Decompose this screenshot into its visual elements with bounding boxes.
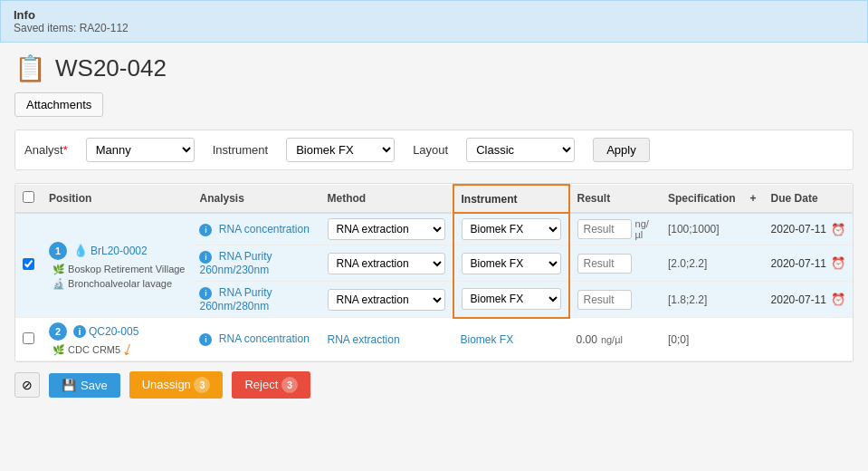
col-instrument: Instrument bbox=[453, 185, 569, 213]
info-icon-2-1: i bbox=[199, 333, 212, 346]
page-title: WS20-042 bbox=[55, 54, 167, 82]
method-cell-2-1: RNA extraction bbox=[320, 318, 453, 361]
table-row: 1 💧 BrL20-0002 🌿 Boskop Retirement Villa… bbox=[15, 213, 853, 245]
method-link-2-1[interactable]: RNA extraction bbox=[328, 333, 400, 346]
analysis-cell-2-1: i RNA concentration bbox=[192, 318, 320, 361]
instrument-cell-1-1: Biomek FX bbox=[453, 213, 569, 245]
instrument-select-1-1[interactable]: Biomek FX bbox=[462, 218, 561, 240]
plus-cell-1-2 bbox=[743, 245, 764, 282]
spec-value-1-1: [100;1000] bbox=[668, 223, 720, 236]
position-cell-2: 2 i QC20-005 🌿 CDC CRM5 bbox=[42, 318, 192, 361]
unassign-button[interactable]: Unassign 3 bbox=[129, 371, 224, 399]
instrument-cell-1-3: Biomek FX bbox=[453, 282, 569, 318]
save-label: Save bbox=[81, 379, 108, 392]
row1-checkbox[interactable] bbox=[23, 258, 34, 270]
analysis-label-2-1: RNA concentration bbox=[219, 332, 310, 345]
method-cell-1-3: RNA extraction bbox=[320, 282, 453, 318]
method-select-1-3[interactable]: RNA extraction bbox=[328, 289, 445, 311]
position-cell-1: 1 💧 BrL20-0002 🌿 Boskop Retirement Villa… bbox=[42, 213, 192, 318]
sample-name-2: 🔬 Bronchoalveolar lavage bbox=[52, 278, 185, 290]
method-cell-1-1: RNA extraction bbox=[320, 213, 453, 245]
result-unit-1-1: ng/µl bbox=[635, 218, 653, 240]
spec-value-1-2: [2.0;2.2] bbox=[668, 257, 707, 270]
reject-button[interactable]: Reject 3 bbox=[232, 371, 310, 399]
result-cell-2-1: 0.00 ng/µl bbox=[569, 318, 661, 361]
data-table-container: Position Analysis Method Instrument Resu… bbox=[14, 183, 854, 362]
reset-button[interactable]: ⊘ bbox=[14, 372, 40, 398]
select-all-checkbox[interactable] bbox=[23, 191, 34, 203]
row2-checkbox[interactable] bbox=[23, 332, 34, 344]
method-select-1-1[interactable]: RNA extraction bbox=[328, 218, 445, 240]
col-specification: Specification bbox=[661, 185, 743, 213]
attachments-button[interactable]: Attachments bbox=[14, 92, 103, 117]
due-date-cell-1-3: 2020-07-11 ⏰ bbox=[764, 282, 853, 318]
spec-value-2-1: [0;0] bbox=[668, 333, 689, 346]
info-icon-1-1: i bbox=[199, 224, 212, 236]
info-message: Saved items: RA20-112 bbox=[14, 22, 854, 34]
instrument-select-1-3[interactable]: Biomek FX bbox=[462, 288, 561, 310]
clock-icon-1-3: ⏰ bbox=[831, 293, 845, 306]
save-button[interactable]: 💾 Save bbox=[49, 373, 120, 398]
sample-name-3: 🌿 CDC CRM5 bbox=[52, 344, 185, 356]
plus-cell-1-3 bbox=[743, 282, 764, 318]
pos-icon-1: 💧 bbox=[73, 244, 88, 257]
analyst-select[interactable]: Manny Admin John bbox=[86, 138, 195, 162]
table-row: 2 i QC20-005 🌿 CDC CRM5 i RNA concentrat… bbox=[15, 318, 853, 361]
sample-name-1: 🌿 Boskop Retirement Village bbox=[52, 264, 185, 275]
col-result: Result bbox=[569, 185, 661, 213]
apply-button[interactable]: Apply bbox=[593, 138, 650, 162]
save-icon: 💾 bbox=[62, 379, 76, 392]
instrument-label: Instrument bbox=[213, 143, 268, 157]
info-title: Info bbox=[14, 8, 854, 22]
instrument-cell-2-1: Biomek FX bbox=[453, 318, 569, 361]
unassign-count: 3 bbox=[194, 377, 210, 393]
instrument-link-2-1[interactable]: Biomek FX bbox=[461, 333, 514, 346]
clipboard-icon: 📋 bbox=[14, 53, 46, 83]
method-select-1-2[interactable]: RNA extraction bbox=[328, 253, 445, 274]
instrument-select-1-2[interactable]: Biomek FX bbox=[462, 253, 561, 274]
layout-label: Layout bbox=[413, 143, 448, 157]
toolbar: Analyst* Manny Admin John Instrument Bio… bbox=[14, 130, 854, 170]
col-method: Method bbox=[320, 185, 453, 213]
due-date-value-1-1: 2020-07-11 bbox=[771, 223, 826, 236]
sample-icon-3: 🌿 bbox=[52, 344, 65, 355]
unassign-label: Unassign bbox=[142, 378, 191, 391]
due-date-value-1-3: 2020-07-11 bbox=[771, 293, 826, 306]
reject-label: Reject bbox=[244, 378, 278, 391]
analyst-label: Analyst* bbox=[24, 143, 68, 157]
sample-icon-1: 🌿 bbox=[52, 264, 65, 274]
layout-select[interactable]: Classic Compact Wide bbox=[466, 138, 575, 162]
spec-cell-1-2: [2.0;2.2] bbox=[661, 245, 743, 282]
due-date-value-1-2: 2020-07-11 bbox=[771, 257, 826, 270]
instrument-select[interactable]: Biomek FX Manual Other bbox=[286, 138, 395, 162]
col-due-date: Due Date bbox=[764, 185, 853, 213]
analysis-label-1-1: RNA concentration bbox=[219, 223, 310, 236]
data-table: Position Analysis Method Instrument Resu… bbox=[15, 184, 853, 361]
footer-toolbar: ↓ ⊘ 💾 Save Unassign 3 Reject 3 bbox=[14, 362, 854, 408]
due-date-cell-1-1: 2020-07-11 ⏰ bbox=[764, 213, 853, 245]
result-input-1-3[interactable] bbox=[577, 290, 632, 310]
pos-badge-2: 2 bbox=[49, 322, 67, 341]
spec-cell-2-1: [0;0] bbox=[661, 318, 743, 361]
method-cell-1-2: RNA extraction bbox=[320, 245, 453, 282]
result-cell-1-2 bbox=[569, 245, 661, 282]
qc-icon: i bbox=[73, 325, 86, 338]
pos-badge-1: 1 bbox=[49, 242, 67, 260]
reject-count: 3 bbox=[281, 377, 298, 393]
col-analysis: Analysis bbox=[192, 185, 320, 213]
pos-link-1[interactable]: BrL20-0002 bbox=[91, 245, 148, 257]
sample-icon-2: 🔬 bbox=[52, 278, 65, 289]
info-icon-1-2: i bbox=[199, 251, 212, 264]
instrument-cell-1-2: Biomek FX bbox=[453, 245, 569, 282]
result-input-1-2[interactable] bbox=[577, 254, 632, 274]
result-input-1-1[interactable] bbox=[577, 219, 632, 239]
pos-link-2[interactable]: QC20-005 bbox=[89, 325, 138, 338]
analyst-required: * bbox=[63, 143, 68, 157]
col-position: Position bbox=[42, 185, 192, 213]
analysis-cell-1-3: i RNA Purity 260nm/280nm bbox=[192, 282, 320, 318]
analysis-cell-1-1: i RNA concentration bbox=[192, 213, 320, 245]
due-date-cell-2-1 bbox=[764, 318, 853, 361]
result-cell-1-3 bbox=[569, 282, 661, 318]
info-bar: Info Saved items: RA20-112 bbox=[0, 0, 868, 43]
due-date-cell-1-2: 2020-07-11 ⏰ bbox=[764, 245, 853, 282]
